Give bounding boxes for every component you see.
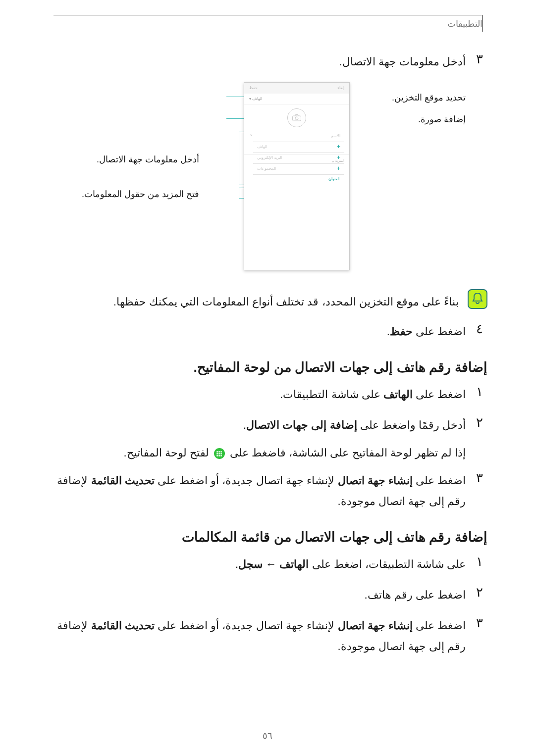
cl-step-2: ٢ اضغط على رقم هاتف. (54, 585, 487, 605)
kp-step-2: ٢ أدخل رقمًا واضغط على إضافة إلى جهات ال… (54, 415, 487, 436)
phone-save: حفظ (249, 86, 258, 90)
step-4-save: ٤ اضغط على حفظ. (54, 321, 487, 342)
svg-rect-2 (295, 114, 298, 116)
step-number: ١ (472, 554, 487, 569)
info-note: بناءً على موقع التخزين المحدد، قد تختلف … (54, 289, 487, 312)
camera-icon (287, 108, 306, 127)
text: اضغط على (413, 619, 466, 632)
field-name: الاسم (331, 134, 340, 138)
section-calls-title: إضافة رقم هاتف إلى جهات الاتصال من قائمة… (54, 529, 487, 545)
step-text: اضغط على الهاتف على شاشة التطبيقات. (54, 384, 466, 405)
bracket (239, 188, 244, 199)
text: على شاشة التطبيقات. (280, 388, 383, 401)
field-address: العنوان (253, 175, 344, 181)
text: اضغط على (413, 388, 466, 401)
step-text: اضغط على إنشاء جهة اتصال لإنشاء جهة اتصا… (54, 470, 466, 512)
bracket (239, 132, 244, 185)
chevron-down-icon: ⌄ (331, 158, 335, 163)
step-number: ٣ (472, 470, 487, 486)
phone-mockup: إلغاء حفظ الهاتف ▾ الاسم +الهاتف +البريد… (244, 82, 350, 270)
cl-step-3: ٣ اضغط على إنشاء جهة اتصال لإنشاء جهة ات… (54, 615, 487, 657)
kp-step-2-sub: إذا لم تظهر لوحة المفاتيح على الشاشة، فا… (54, 443, 466, 463)
text: لإنشاء جهة اتصال جديدة، أو اضغط على (155, 474, 338, 487)
callout-more-fields: فتح المزيد من حقول المعلومات. (84, 189, 199, 200)
phone-cancel: إلغاء (337, 86, 344, 90)
page-header: التطبيقات (54, 15, 482, 29)
step-text: أدخل رقمًا واضغط على إضافة إلى جهات الات… (54, 415, 466, 436)
kp-step-1: ١ اضغط على الهاتف على شاشة التطبيقات. (54, 384, 487, 405)
cl-step-1: ١ على شاشة التطبيقات، اضغط على الهاتف ← … (54, 554, 487, 575)
callout-add-photo: إضافة صورة. (418, 114, 466, 125)
leader-line (226, 97, 244, 97)
step-text: على شاشة التطبيقات، اضغط على الهاتف ← سج… (54, 554, 466, 575)
step-number: ٣ (472, 51, 487, 67)
text-bold: تحديث القائمة (91, 619, 155, 632)
step-number: ٢ (472, 585, 487, 600)
note-text: بناءً على موقع التخزين المحدد، قد تختلف … (113, 289, 459, 312)
field-phone: الهاتف (257, 145, 267, 149)
text: اضغط على (413, 325, 466, 338)
more-label: المزيد (335, 158, 344, 163)
step-number: ٢ (472, 415, 487, 430)
text-bold: إضافة إلى جهات الاتصال (246, 419, 357, 431)
dialpad-icon (214, 448, 225, 459)
section-keypad-title: إضافة رقم هاتف إلى جهات الاتصال من لوحة … (54, 359, 487, 375)
text-bold: إنشاء جهة اتصال (338, 474, 413, 487)
text: إذا لم تظهر لوحة المفاتيح على الشاشة، فا… (227, 447, 466, 459)
plus-icon: + (337, 165, 340, 172)
chevron-down-icon: ⌄ (249, 131, 253, 137)
arrow: ← (263, 558, 279, 570)
text-bold: الهاتف (383, 388, 413, 401)
note-icon (468, 289, 487, 309)
step-text: اضغط على رقم هاتف. (54, 585, 466, 605)
phone-topbar: إلغاء حفظ (244, 83, 349, 94)
step-number: ٣ (472, 615, 487, 631)
text: اضغط على (413, 474, 466, 487)
plus-icon: + (337, 143, 340, 150)
field-email: البريد الإلكتروني (257, 155, 282, 160)
text-bold: حفظ (390, 325, 413, 338)
step-3-enter-info: ٣ أدخل معلومات جهة الاتصال. (54, 51, 487, 72)
page-content: ٣ أدخل معلومات جهة الاتصال. تحديد موقع ا… (54, 49, 487, 667)
svg-point-1 (295, 117, 298, 120)
step-number: ١ (472, 384, 487, 400)
step-text: أدخل معلومات جهة الاتصال. (54, 51, 466, 72)
step-text: اضغط على إنشاء جهة اتصال لإنشاء جهة اتصا… (54, 615, 466, 657)
step-number: ٤ (472, 321, 487, 337)
header-title: التطبيقات (54, 18, 482, 29)
text: لفتح لوحة المفاتيح. (124, 447, 212, 459)
kp-step-3: ٣ اضغط على إنشاء جهة اتصال لإنشاء جهة ات… (54, 470, 487, 512)
phone-storage-row: الهاتف ▾ (244, 94, 349, 104)
text: على شاشة التطبيقات، اضغط على (309, 558, 466, 570)
text: أدخل رقمًا واضغط على (357, 419, 466, 431)
text: لإنشاء جهة اتصال جديدة، أو اضغط على (155, 619, 338, 632)
phone-storage-text: الهاتف ▾ (249, 97, 262, 101)
text-bold: تحديث القائمة (91, 474, 155, 487)
contact-form-figure: تحديد موقع التخزين. إضافة صورة. أدخل معل… (84, 82, 466, 280)
text-bold: الهاتف (279, 558, 309, 570)
callout-storage: تحديد موقع التخزين. (392, 92, 466, 103)
page-number: ٥٦ (263, 730, 272, 741)
callout-enter-info: أدخل معلومات جهة الاتصال. (84, 154, 199, 165)
field-groups: المجموعات (257, 166, 276, 171)
text-bold: سجل (238, 558, 263, 570)
text-bold: إنشاء جهة اتصال (338, 619, 413, 632)
step-text: اضغط على حفظ. (54, 321, 466, 342)
phone-fields: الاسم +الهاتف +البريد الإلكتروني +المجمو… (244, 131, 349, 155)
